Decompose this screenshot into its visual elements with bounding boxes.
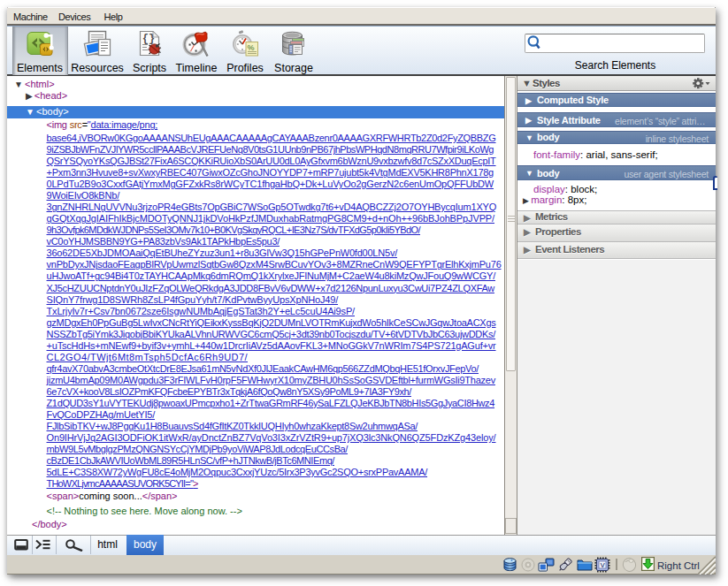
svg-text:{}: {}: [142, 33, 155, 45]
svg-text:V: V: [601, 561, 606, 569]
svg-text:%: %: [247, 43, 254, 52]
